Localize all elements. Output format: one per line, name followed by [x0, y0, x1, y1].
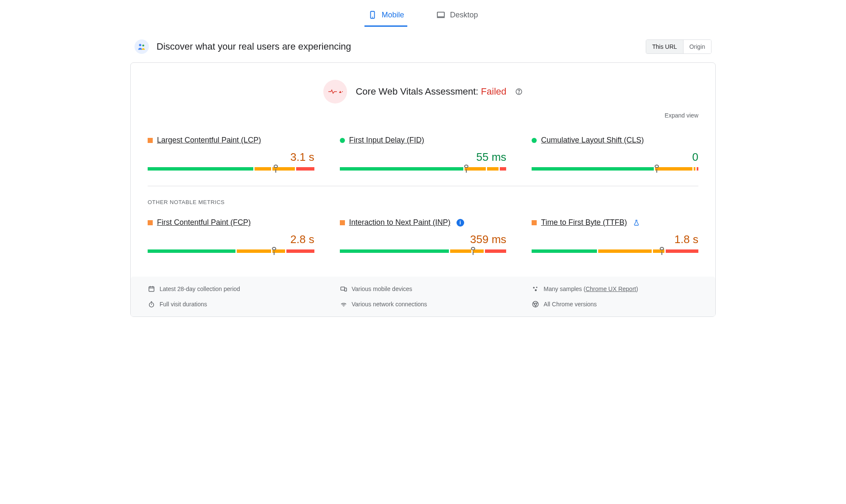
footer-period: Latest 28-day collection period — [148, 285, 314, 293]
footer-devices: Various mobile devices — [340, 285, 507, 293]
svg-point-5 — [142, 45, 144, 47]
metric-other-0-value: 2.8 s — [148, 227, 314, 249]
svg-point-4 — [139, 44, 142, 47]
status-good-icon — [532, 138, 537, 143]
status-good-icon — [340, 138, 345, 143]
scope-toggle: This URL Origin — [646, 39, 712, 54]
chrome-ux-report-link[interactable]: Chrome UX Report — [585, 286, 636, 292]
stopwatch-icon — [148, 300, 155, 308]
footer-network: Various network connections — [340, 300, 507, 308]
tab-mobile[interactable]: Mobile — [364, 8, 407, 27]
metric-core-2-bar — [532, 167, 698, 171]
device-tabs: Mobile Desktop — [130, 0, 716, 27]
metric-core-0-name[interactable]: Largest Contentful Paint (LCP) — [157, 136, 261, 145]
footer-samples: Many samples (Chrome UX Report) — [532, 285, 698, 293]
metric-other-1-value: 359 ms — [340, 227, 507, 249]
marker-icon — [655, 165, 659, 168]
metric-other-0-name[interactable]: First Contentful Paint (FCP) — [157, 218, 251, 227]
metric-core-1-value: 55 ms — [340, 145, 507, 167]
footer-info: Latest 28-day collection period Various … — [131, 277, 715, 316]
svg-rect-10 — [149, 287, 154, 291]
assessment-label: Core Web Vitals Assessment: — [356, 86, 481, 97]
footer-chrome: All Chrome versions — [532, 300, 698, 308]
footer-network-text: Various network connections — [352, 301, 427, 308]
metric-core-0: Largest Contentful Paint (LCP) 3.1 s — [148, 136, 314, 171]
core-metrics-grid: Largest Contentful Paint (LCP) 3.1 s Fir… — [148, 127, 698, 186]
page-title: Discover what your real users are experi… — [157, 41, 351, 52]
header-row: Discover what your real users are experi… — [130, 27, 716, 62]
marker-icon — [660, 247, 664, 250]
toggle-origin[interactable]: Origin — [683, 40, 711, 53]
metric-other-0: First Contentful Paint (FCP) 2.8 s — [148, 218, 314, 253]
other-metrics-header: OTHER NOTABLE METRICS — [148, 186, 698, 210]
footer-devices-text: Various mobile devices — [352, 286, 412, 292]
tab-desktop[interactable]: Desktop — [433, 8, 481, 27]
metric-core-0-bar — [148, 167, 314, 171]
devices-icon — [340, 285, 347, 293]
metric-other-2-name[interactable]: Time to First Byte (TTFB) — [541, 218, 627, 227]
metric-core-1-name[interactable]: First Input Delay (FID) — [349, 136, 424, 145]
assessment-status: Failed — [481, 86, 507, 97]
status-warn-icon — [148, 138, 153, 143]
svg-rect-2 — [437, 12, 445, 17]
svg-point-18 — [535, 289, 537, 291]
status-warn-icon — [148, 220, 153, 225]
network-icon — [340, 300, 347, 308]
svg-marker-6 — [339, 91, 342, 93]
vitals-panel: Core Web Vitals Assessment: Failed Expan… — [130, 62, 716, 317]
svg-point-7 — [342, 91, 343, 92]
flask-icon — [633, 219, 640, 226]
chrome-icon — [532, 300, 539, 308]
footer-durations-text: Full visit durations — [160, 301, 207, 308]
assessment-row: Core Web Vitals Assessment: Failed — [148, 76, 698, 112]
footer-samples-prefix: Many samples ( — [543, 286, 585, 292]
metric-other-1-name[interactable]: Interaction to Next Paint (INP) — [349, 218, 451, 227]
expand-view-link[interactable]: Expand view — [148, 112, 698, 127]
assessment-fail-icon — [323, 80, 347, 104]
marker-icon — [272, 247, 276, 250]
status-warn-icon — [340, 220, 345, 225]
mobile-icon — [368, 10, 377, 20]
metric-core-1-bar — [340, 167, 507, 171]
metric-other-2: Time to First Byte (TTFB) 1.8 s — [532, 218, 698, 253]
metric-other-1-bar — [340, 249, 507, 253]
assessment-text: Core Web Vitals Assessment: Failed — [356, 86, 506, 97]
metric-core-0-value: 3.1 s — [148, 145, 314, 167]
metric-other-2-value: 1.8 s — [532, 227, 698, 249]
users-icon — [134, 39, 149, 54]
footer-chrome-text: All Chrome versions — [543, 301, 597, 308]
metric-other-0-bar — [148, 249, 314, 253]
toggle-this-url[interactable]: This URL — [646, 40, 683, 53]
info-icon[interactable]: i — [457, 219, 464, 227]
calendar-icon — [148, 285, 155, 293]
marker-icon — [274, 165, 278, 168]
svg-point-17 — [536, 287, 538, 288]
metric-core-2-name[interactable]: Cumulative Layout Shift (CLS) — [541, 136, 644, 145]
svg-point-16 — [533, 287, 535, 288]
samples-icon — [532, 285, 539, 293]
help-icon[interactable] — [515, 88, 523, 95]
footer-durations: Full visit durations — [148, 300, 314, 308]
marker-icon — [471, 247, 475, 250]
metric-core-1: First Input Delay (FID) 55 ms — [340, 136, 507, 171]
other-metrics-grid: First Contentful Paint (FCP) 2.8 s Inter… — [148, 210, 698, 268]
tab-desktop-label: Desktop — [450, 11, 478, 20]
svg-rect-15 — [345, 288, 347, 291]
desktop-icon — [436, 10, 445, 20]
svg-point-9 — [518, 93, 519, 93]
status-warn-icon — [532, 220, 537, 225]
metric-other-1: Interaction to Next Paint (INP) i 359 ms — [340, 218, 507, 253]
metric-core-2-value: 0 — [532, 145, 698, 167]
tab-mobile-label: Mobile — [381, 11, 404, 20]
marker-icon — [464, 165, 468, 168]
metric-other-2-bar — [532, 249, 698, 253]
footer-samples-suffix: ) — [636, 286, 638, 292]
footer-period-text: Latest 28-day collection period — [160, 286, 240, 292]
svg-rect-14 — [341, 287, 345, 291]
metric-core-2: Cumulative Layout Shift (CLS) 0 — [532, 136, 698, 171]
